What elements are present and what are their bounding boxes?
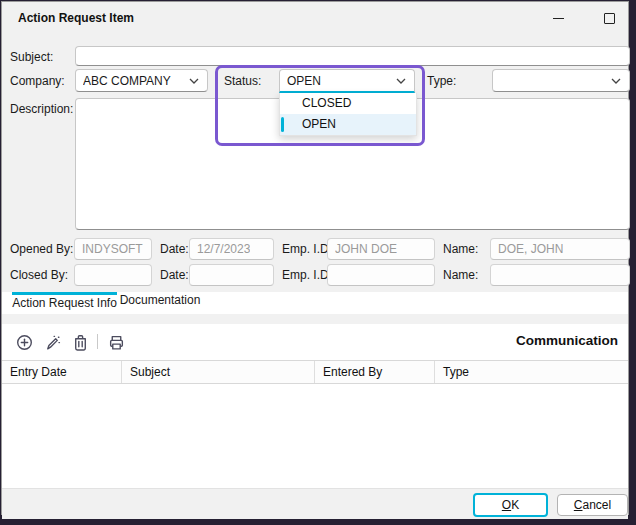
action-request-item-dialog: Action Request Item Subject: Company: AB… — [1, 1, 629, 515]
status-label: Status: — [224, 74, 261, 88]
closed-emp-id-field[interactable] — [327, 264, 435, 286]
desktop-background: Action Request Item Subject: Company: AB… — [0, 0, 636, 525]
opened-name-label: Name: — [443, 242, 478, 256]
ok-button-label: K — [511, 498, 519, 512]
status-dropdown-list: CLOSED OPEN — [279, 93, 417, 136]
column-header-subject[interactable]: Subject — [122, 361, 315, 383]
communication-section-title: Communication — [516, 333, 618, 348]
cancel-button[interactable]: Cancel — [557, 494, 628, 516]
delete-button[interactable] — [70, 332, 90, 352]
status-select[interactable]: OPEN — [279, 69, 415, 93]
closed-date-field[interactable] — [189, 264, 274, 286]
opened-emp-id-field: JOHN DOE — [327, 238, 435, 260]
delete-icon — [72, 334, 89, 351]
status-option-closed[interactable]: CLOSED — [280, 93, 416, 114]
print-icon — [108, 334, 125, 351]
opened-date-field: 12/7/2023 — [189, 238, 274, 260]
splitter-bar[interactable] — [2, 314, 628, 324]
opened-by-field: INDYSOFT — [74, 238, 152, 260]
chevron-down-icon — [189, 78, 199, 84]
communication-toolbar: Communication — [2, 324, 628, 360]
window-title: Action Request Item — [18, 11, 134, 25]
opened-date-label: Date: — [160, 242, 189, 256]
company-label: Company: — [10, 74, 65, 88]
add-icon — [16, 334, 33, 351]
company-select[interactable]: ABC COMPANY — [75, 69, 208, 92]
status-option-open[interactable]: OPEN — [280, 114, 416, 135]
description-label: Description: — [10, 102, 73, 116]
chevron-down-icon — [396, 78, 406, 84]
type-label: Type: — [427, 74, 456, 88]
opened-name-value: DOE, JOHN — [498, 242, 563, 256]
opened-by-label: Opened By: — [10, 242, 73, 256]
titlebar[interactable]: Action Request Item — [2, 2, 628, 34]
ok-button[interactable]: OK — [473, 493, 548, 517]
tab-bar: Action Request Info Documentation — [2, 292, 628, 314]
maximize-button[interactable] — [594, 6, 624, 30]
cancel-button-label: ancel — [582, 498, 611, 512]
subject-input[interactable] — [75, 46, 630, 66]
communication-table-header: Entry Date Subject Entered By Type — [2, 360, 628, 384]
closed-by-label: Closed By: — [10, 268, 68, 282]
closed-name-label: Name: — [443, 268, 478, 282]
column-header-entered-by[interactable]: Entered By — [315, 361, 435, 383]
tab-documentation[interactable]: Documentation — [119, 292, 201, 314]
type-select[interactable] — [492, 69, 630, 92]
column-header-entry-date[interactable]: Entry Date — [2, 361, 122, 383]
opened-date-value: 12/7/2023 — [197, 242, 250, 256]
company-value: ABC COMPANY — [83, 74, 171, 88]
toolbar-separator — [97, 334, 98, 349]
chevron-down-icon — [611, 78, 621, 84]
maximize-icon — [604, 13, 615, 24]
communication-table-body[interactable] — [2, 384, 628, 488]
edit-wand-icon — [44, 334, 61, 351]
opened-emp-id-value: JOHN DOE — [335, 242, 397, 256]
minimize-button[interactable] — [543, 6, 573, 30]
opened-name-field: DOE, JOHN — [490, 238, 630, 260]
edit-button[interactable] — [42, 332, 62, 352]
dialog-footer: OK Cancel — [2, 488, 628, 519]
minimize-icon — [553, 18, 564, 19]
subject-label: Subject: — [10, 50, 53, 64]
column-header-type[interactable]: Type — [435, 361, 630, 383]
opened-by-value: INDYSOFT — [82, 242, 143, 256]
add-button[interactable] — [14, 332, 34, 352]
ok-button-accesskey: O — [502, 498, 511, 512]
status-value: OPEN — [287, 74, 321, 88]
print-button[interactable] — [106, 332, 126, 352]
closed-date-label: Date: — [160, 268, 189, 282]
closed-by-field[interactable] — [74, 264, 152, 286]
closed-name-field[interactable] — [490, 264, 630, 286]
